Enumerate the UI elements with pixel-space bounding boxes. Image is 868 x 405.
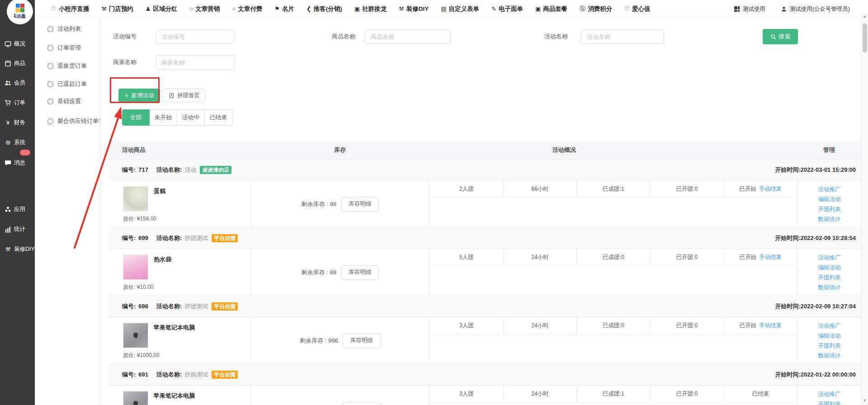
page-scrollbar[interactable]: ▲ ▼ bbox=[861, 12, 868, 405]
submenu-item[interactable]: 已退款订单 bbox=[47, 80, 100, 88]
submenu-item-label: 订单管理 bbox=[57, 44, 81, 52]
activity-name-label: 活动名称: bbox=[156, 235, 182, 241]
submenu-item[interactable]: 基础设置 bbox=[47, 97, 100, 105]
manage-link[interactable]: 活动推广 bbox=[818, 254, 841, 262]
stat-value: 5人团 bbox=[430, 249, 504, 265]
topnav-item[interactable]: ♟区域分红 bbox=[146, 5, 178, 13]
manage-link[interactable]: 开团列表 bbox=[818, 273, 841, 282]
tab-2[interactable]: 活动中 bbox=[177, 109, 205, 126]
tab-3[interactable]: 已结束 bbox=[205, 109, 232, 126]
manage-link[interactable]: 数据统计 bbox=[818, 352, 841, 360]
stock-remaining: 剩余库存 : 996 bbox=[300, 337, 338, 345]
manage-link[interactable]: 活动推广 bbox=[818, 185, 841, 194]
submenu-item[interactable]: 活动列表 bbox=[47, 25, 100, 33]
manage-link[interactable]: 数据统计 bbox=[818, 283, 841, 292]
topnav-item[interactable]: ⚒装修DIY bbox=[399, 5, 429, 13]
tab-0[interactable]: 全部 bbox=[122, 109, 150, 126]
sidebar-item[interactable]: 订单 bbox=[5, 99, 25, 107]
manage-link[interactable]: 数据统计 bbox=[818, 215, 841, 224]
activity-id-label: 编号: bbox=[122, 303, 136, 310]
manage-cell: 活动推广开团列表数据统计 bbox=[797, 386, 861, 405]
manage-link[interactable]: 活动推广 bbox=[818, 322, 841, 330]
stats-icon bbox=[5, 226, 11, 233]
topbar-account-item[interactable]: 测试使用(公众号管理员) bbox=[781, 5, 850, 13]
manage-link[interactable]: 开团列表 bbox=[818, 400, 841, 405]
activity-id-input[interactable] bbox=[156, 29, 235, 44]
product-cell: 热水袋原价: ¥10.00 bbox=[108, 249, 250, 296]
activity-name-input[interactable] bbox=[581, 29, 664, 44]
activity-name: 拼团测试 bbox=[184, 303, 208, 310]
sidebar-item[interactable]: 统计 bbox=[5, 225, 25, 233]
sidebar-item[interactable]: ⚒装修DIY bbox=[5, 245, 35, 253]
sidebar-item[interactable]: 会员 bbox=[5, 79, 25, 87]
manage-link[interactable]: 编辑活动 bbox=[818, 195, 841, 204]
product-price: 原价: ¥1000.00 bbox=[123, 352, 160, 359]
sidebar-item[interactable]: ⚙系统 bbox=[5, 138, 25, 146]
sidebar-item[interactable]: 商品 bbox=[5, 59, 25, 67]
topnav-item[interactable]: ✎电子面单 bbox=[491, 5, 523, 13]
stock-remaining: 剩余库存 : 98 bbox=[302, 200, 336, 208]
stock-detail-button[interactable]: 库存明细 bbox=[343, 334, 381, 348]
user-icon bbox=[781, 6, 787, 12]
topnav-item[interactable]: ⚒门店预约 bbox=[101, 5, 133, 13]
tab-1[interactable]: 未开始 bbox=[150, 109, 177, 126]
topnav-item[interactable]: Ⓢ消费积分 bbox=[580, 5, 612, 13]
submenu-item[interactable]: 订单管理 bbox=[47, 44, 100, 52]
search-icon bbox=[770, 34, 776, 40]
product-name: 苹果笔记本电脑 bbox=[154, 324, 195, 332]
circle-icon bbox=[47, 118, 53, 124]
sidebar-item[interactable]: 概况 bbox=[5, 40, 25, 48]
activity-id-label: 编号: bbox=[122, 235, 136, 241]
product-image bbox=[123, 254, 148, 280]
merchant-name-input[interactable] bbox=[156, 55, 235, 70]
circle-icon bbox=[47, 63, 53, 69]
filter-label-activity-id: 活动编号 bbox=[113, 29, 137, 44]
scrollbar-thumb[interactable] bbox=[863, 24, 867, 52]
topnav-item[interactable]: ▤自定义表单 bbox=[441, 5, 479, 13]
header-manage: 管理 bbox=[797, 146, 861, 154]
scroll-up-icon[interactable]: ▲ bbox=[861, 14, 868, 19]
topnav-item[interactable]: ❮推客(分销) bbox=[307, 5, 342, 13]
sidebar-item[interactable]: 消息 bbox=[5, 159, 25, 167]
submenu-item[interactable]: 退换货订单 bbox=[47, 62, 100, 70]
topnav-item[interactable]: ▣社群接龙 bbox=[354, 5, 387, 13]
plus-icon: + bbox=[125, 92, 128, 99]
stat-value: 3人团 bbox=[430, 317, 504, 334]
submenu-item-label: 已退款订单 bbox=[57, 80, 87, 88]
image-icon: ▣ bbox=[535, 5, 541, 12]
topnav-item[interactable]: ⚑名片 bbox=[274, 5, 294, 13]
search-button[interactable]: 搜索 bbox=[763, 29, 798, 44]
start-time-value: 2022-02-09 10:27:04 bbox=[801, 303, 856, 310]
topnav-item[interactable]: ○文章营销 bbox=[189, 5, 220, 13]
manage-link[interactable]: 活动推广 bbox=[818, 390, 841, 399]
manage-link[interactable]: 编辑活动 bbox=[818, 264, 841, 272]
manage-cell: 活动推广编辑活动开团列表数据统计 bbox=[797, 181, 861, 227]
manual-end-link[interactable]: 手动结束 bbox=[759, 185, 782, 193]
logo-icon bbox=[16, 4, 24, 12]
status-cell: 已开始手动结束 bbox=[724, 181, 797, 197]
stock-detail-button[interactable]: 库存明细 bbox=[341, 265, 379, 280]
sidebar-item[interactable]: ¥财务 bbox=[5, 118, 25, 127]
manual-end-link[interactable]: 手动结束 bbox=[759, 254, 782, 261]
groupbuy-home-button[interactable]: 拼团首页 bbox=[163, 89, 206, 102]
manage-link[interactable]: 开团列表 bbox=[818, 205, 841, 214]
topnav-item[interactable]: ○文章付费 bbox=[232, 5, 262, 13]
submenu-item-label: 活动列表 bbox=[57, 25, 81, 33]
manage-link[interactable]: 开团列表 bbox=[818, 342, 841, 350]
stock-detail-button[interactable]: 库存明细 bbox=[343, 402, 381, 405]
stats-cell: 5人团24小时已成团:0已开团:0已开始手动结束 bbox=[429, 249, 797, 296]
add-activity-button[interactable]: + 新增活动 bbox=[118, 89, 160, 102]
submenu-item[interactable]: 聚合供应链订单管 bbox=[47, 117, 100, 125]
activity-name: 活动 bbox=[184, 166, 196, 173]
sidebar-item[interactable]: 应用 bbox=[5, 205, 25, 213]
topnav-item[interactable]: ▣商品套餐 bbox=[535, 5, 567, 13]
product-name-input[interactable] bbox=[365, 29, 451, 44]
topnav-item[interactable]: ♡爱心值 bbox=[624, 5, 650, 13]
topbar-account-item[interactable]: 测试使用 bbox=[734, 5, 765, 13]
topnav-item-label: 文章营销 bbox=[195, 5, 220, 13]
manual-end-link[interactable]: 手动结束 bbox=[759, 322, 782, 330]
manage-link[interactable]: 编辑活动 bbox=[818, 332, 841, 340]
topnav-item[interactable]: ♡小程序直播 bbox=[51, 5, 89, 13]
stock-detail-button[interactable]: 库存明细 bbox=[341, 197, 379, 212]
scroll-down-icon[interactable]: ▼ bbox=[861, 398, 868, 403]
